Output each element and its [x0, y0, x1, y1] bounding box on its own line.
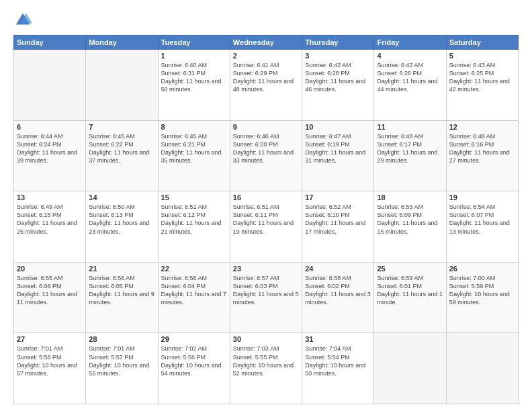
day-number: 18	[377, 193, 443, 201]
calendar-cell: 23Sunrise: 6:57 AM Sunset: 6:03 PM Dayli…	[230, 262, 302, 333]
day-info: Sunrise: 7:03 AM Sunset: 5:55 PM Dayligh…	[233, 345, 299, 377]
day-info: Sunrise: 7:01 AM Sunset: 5:57 PM Dayligh…	[89, 345, 154, 377]
day-number: 7	[89, 123, 154, 131]
calendar-cell: 19Sunrise: 6:54 AM Sunset: 6:07 PM Dayli…	[446, 191, 518, 263]
calendar-cell: 15Sunrise: 6:51 AM Sunset: 6:12 PM Dayli…	[158, 191, 230, 263]
calendar-cell: 21Sunrise: 6:56 AM Sunset: 6:05 PM Dayli…	[86, 262, 158, 333]
day-info: Sunrise: 6:42 AM Sunset: 6:28 PM Dayligh…	[305, 61, 371, 94]
day-number: 6	[17, 123, 83, 131]
calendar-cell: 4Sunrise: 6:42 AM Sunset: 6:26 PM Daylig…	[374, 50, 446, 121]
calendar-cell: 14Sunrise: 6:50 AM Sunset: 6:13 PM Dayli…	[86, 191, 158, 263]
day-number: 3	[305, 52, 371, 60]
calendar-week-row: 20Sunrise: 6:55 AM Sunset: 6:06 PM Dayli…	[14, 262, 519, 333]
day-info: Sunrise: 6:43 AM Sunset: 6:25 PM Dayligh…	[449, 61, 515, 94]
calendar-cell: 22Sunrise: 6:56 AM Sunset: 6:04 PM Dayli…	[158, 262, 230, 333]
day-number: 1	[161, 52, 227, 60]
weekday-header-saturday: Saturday	[446, 36, 518, 50]
calendar-cell: 13Sunrise: 6:49 AM Sunset: 6:15 PM Dayli…	[14, 191, 86, 263]
calendar-cell: 28Sunrise: 7:01 AM Sunset: 5:57 PM Dayli…	[86, 333, 158, 404]
calendar-cell: 16Sunrise: 6:51 AM Sunset: 6:11 PM Dayli…	[230, 191, 302, 263]
day-number: 27	[17, 335, 83, 343]
day-number: 13	[17, 193, 83, 201]
calendar-cell: 31Sunrise: 7:04 AM Sunset: 5:54 PM Dayli…	[302, 333, 374, 404]
calendar-week-row: 13Sunrise: 6:49 AM Sunset: 6:15 PM Dayli…	[14, 191, 519, 263]
day-number: 15	[161, 193, 227, 201]
calendar-cell: 27Sunrise: 7:01 AM Sunset: 5:58 PM Dayli…	[14, 333, 86, 404]
day-number: 23	[233, 265, 299, 273]
calendar-cell: 8Sunrise: 6:45 AM Sunset: 6:21 PM Daylig…	[158, 120, 230, 191]
day-info: Sunrise: 6:42 AM Sunset: 6:26 PM Dayligh…	[377, 61, 443, 94]
day-info: Sunrise: 6:55 AM Sunset: 6:06 PM Dayligh…	[17, 274, 83, 307]
weekday-header-tuesday: Tuesday	[158, 36, 230, 50]
day-number: 28	[89, 335, 154, 343]
day-info: Sunrise: 6:48 AM Sunset: 6:17 PM Dayligh…	[377, 132, 443, 165]
day-info: Sunrise: 6:53 AM Sunset: 6:09 PM Dayligh…	[377, 203, 443, 236]
day-number: 10	[305, 123, 371, 131]
calendar-cell: 30Sunrise: 7:03 AM Sunset: 5:55 PM Dayli…	[230, 333, 302, 404]
weekday-header-monday: Monday	[86, 36, 158, 50]
header	[13, 11, 519, 30]
day-number: 17	[305, 193, 371, 201]
calendar-cell: 10Sunrise: 6:47 AM Sunset: 6:19 PM Dayli…	[302, 120, 374, 191]
day-number: 29	[161, 335, 227, 343]
calendar-cell: 18Sunrise: 6:53 AM Sunset: 6:09 PM Dayli…	[374, 191, 446, 263]
calendar-cell: 12Sunrise: 6:48 AM Sunset: 6:16 PM Dayli…	[446, 120, 518, 191]
day-number: 5	[449, 52, 515, 60]
calendar-cell: 2Sunrise: 6:41 AM Sunset: 6:29 PM Daylig…	[230, 50, 302, 121]
day-number: 14	[89, 193, 154, 201]
day-number: 12	[449, 123, 515, 131]
calendar-table: SundayMondayTuesdayWednesdayThursdayFrid…	[13, 35, 519, 404]
day-info: Sunrise: 6:45 AM Sunset: 6:21 PM Dayligh…	[161, 132, 227, 165]
day-number: 30	[233, 335, 299, 343]
weekday-header-friday: Friday	[374, 36, 446, 50]
day-info: Sunrise: 7:00 AM Sunset: 5:59 PM Dayligh…	[449, 274, 515, 307]
day-number: 26	[449, 265, 515, 273]
calendar-cell	[374, 333, 446, 404]
calendar-cell: 24Sunrise: 6:58 AM Sunset: 6:02 PM Dayli…	[302, 262, 374, 333]
day-info: Sunrise: 6:45 AM Sunset: 6:22 PM Dayligh…	[89, 132, 154, 165]
page: SundayMondayTuesdayWednesdayThursdayFrid…	[0, 0, 532, 411]
day-info: Sunrise: 6:47 AM Sunset: 6:19 PM Dayligh…	[305, 132, 371, 165]
day-number: 2	[233, 52, 299, 60]
day-number: 19	[449, 193, 515, 201]
day-info: Sunrise: 6:50 AM Sunset: 6:13 PM Dayligh…	[89, 203, 154, 236]
calendar-week-row: 6Sunrise: 6:44 AM Sunset: 6:24 PM Daylig…	[14, 120, 519, 191]
calendar-cell: 3Sunrise: 6:42 AM Sunset: 6:28 PM Daylig…	[302, 50, 374, 121]
day-info: Sunrise: 6:49 AM Sunset: 6:15 PM Dayligh…	[17, 203, 83, 236]
calendar-cell: 11Sunrise: 6:48 AM Sunset: 6:17 PM Dayli…	[374, 120, 446, 191]
calendar-week-row: 27Sunrise: 7:01 AM Sunset: 5:58 PM Dayli…	[14, 333, 519, 404]
day-info: Sunrise: 6:56 AM Sunset: 6:04 PM Dayligh…	[161, 274, 227, 307]
day-info: Sunrise: 6:41 AM Sunset: 6:29 PM Dayligh…	[233, 61, 299, 94]
day-info: Sunrise: 6:46 AM Sunset: 6:20 PM Dayligh…	[233, 132, 299, 165]
day-number: 9	[233, 123, 299, 131]
calendar-cell: 20Sunrise: 6:55 AM Sunset: 6:06 PM Dayli…	[14, 262, 86, 333]
day-info: Sunrise: 7:02 AM Sunset: 5:56 PM Dayligh…	[161, 345, 227, 377]
day-info: Sunrise: 6:48 AM Sunset: 6:16 PM Dayligh…	[449, 132, 515, 165]
day-info: Sunrise: 6:56 AM Sunset: 6:05 PM Dayligh…	[89, 274, 154, 307]
weekday-header-wednesday: Wednesday	[230, 36, 302, 50]
calendar-cell	[86, 50, 158, 121]
day-info: Sunrise: 6:44 AM Sunset: 6:24 PM Dayligh…	[17, 132, 83, 165]
logo-icon	[13, 11, 32, 30]
calendar-week-row: 1Sunrise: 6:40 AM Sunset: 6:31 PM Daylig…	[14, 50, 519, 121]
day-info: Sunrise: 6:57 AM Sunset: 6:03 PM Dayligh…	[233, 274, 299, 307]
day-number: 21	[89, 265, 154, 273]
day-info: Sunrise: 6:54 AM Sunset: 6:07 PM Dayligh…	[449, 203, 515, 236]
calendar-cell: 29Sunrise: 7:02 AM Sunset: 5:56 PM Dayli…	[158, 333, 230, 404]
weekday-header-sunday: Sunday	[14, 36, 86, 50]
day-info: Sunrise: 6:51 AM Sunset: 6:11 PM Dayligh…	[233, 203, 299, 236]
calendar-cell: 1Sunrise: 6:40 AM Sunset: 6:31 PM Daylig…	[158, 50, 230, 121]
day-info: Sunrise: 6:59 AM Sunset: 6:01 PM Dayligh…	[377, 274, 443, 307]
calendar-cell	[14, 50, 86, 121]
weekday-header-row: SundayMondayTuesdayWednesdayThursdayFrid…	[14, 36, 519, 50]
calendar-cell: 26Sunrise: 7:00 AM Sunset: 5:59 PM Dayli…	[446, 262, 518, 333]
calendar-cell: 6Sunrise: 6:44 AM Sunset: 6:24 PM Daylig…	[14, 120, 86, 191]
day-info: Sunrise: 6:40 AM Sunset: 6:31 PM Dayligh…	[161, 61, 227, 94]
day-info: Sunrise: 6:52 AM Sunset: 6:10 PM Dayligh…	[305, 203, 371, 236]
day-number: 20	[17, 265, 83, 273]
logo	[13, 11, 35, 30]
day-info: Sunrise: 7:01 AM Sunset: 5:58 PM Dayligh…	[17, 345, 83, 377]
calendar-cell: 25Sunrise: 6:59 AM Sunset: 6:01 PM Dayli…	[374, 262, 446, 333]
calendar-cell: 9Sunrise: 6:46 AM Sunset: 6:20 PM Daylig…	[230, 120, 302, 191]
calendar-cell: 17Sunrise: 6:52 AM Sunset: 6:10 PM Dayli…	[302, 191, 374, 263]
